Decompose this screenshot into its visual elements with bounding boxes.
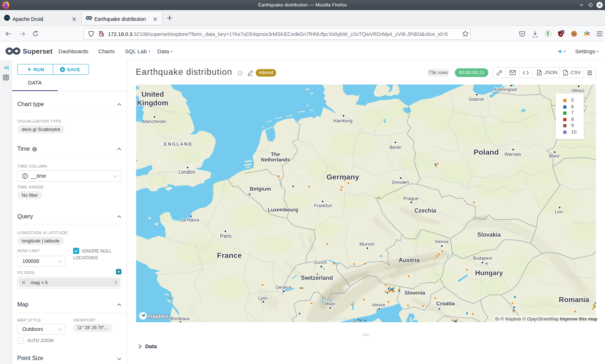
svg-text:Dresden: Dresden	[392, 180, 409, 185]
svg-text:Manchester: Manchester	[143, 119, 166, 124]
svg-text:Romania: Romania	[559, 296, 590, 304]
svg-text:Hamburg: Hamburg	[333, 118, 352, 123]
svg-text:Vilnius: Vilnius	[572, 88, 585, 93]
svg-text:Germany: Germany	[326, 173, 359, 181]
svg-text:Poland: Poland	[474, 148, 499, 156]
svg-text:Belgium: Belgium	[250, 186, 271, 192]
svg-text:Vienna: Vienna	[435, 239, 449, 244]
svg-text:Kingdom: Kingdom	[137, 99, 169, 107]
svg-text:Geneva: Geneva	[275, 285, 291, 290]
svg-text:Berlin: Berlin	[389, 145, 401, 150]
svg-text:Brest: Brest	[549, 154, 560, 159]
svg-text:United: United	[142, 90, 164, 98]
svg-text:Austria: Austria	[399, 257, 420, 264]
svg-text:Munich: Munich	[359, 241, 375, 247]
svg-text:ES: ES	[136, 158, 138, 163]
svg-text:Venice: Venice	[372, 302, 385, 308]
svg-text:Le Havre: Le Havre	[181, 218, 200, 223]
svg-text:mapbox: mapbox	[147, 313, 169, 319]
svg-text:Prague: Prague	[403, 196, 418, 201]
svg-text:Zurich: Zurich	[314, 260, 327, 265]
svg-text:Milan: Milan	[324, 301, 335, 306]
svg-text:Paris: Paris	[220, 233, 232, 239]
svg-text:Slovakia: Slovakia	[478, 232, 501, 238]
svg-text:Gdansk: Gdansk	[469, 97, 484, 102]
svg-text:Luxembourg: Luxembourg	[268, 207, 299, 213]
svg-text:Bordeaux: Bordeaux	[170, 316, 190, 321]
svg-text:Switzerland: Switzerland	[301, 275, 333, 281]
svg-text:Lviv: Lviv	[555, 209, 563, 214]
svg-text:x: x	[565, 72, 566, 75]
svg-text:Lyon: Lyon	[258, 296, 268, 301]
svg-text:France: France	[217, 251, 242, 259]
svg-text:London: London	[179, 169, 196, 175]
svg-text:Croatia: Croatia	[436, 300, 455, 306]
svg-text:Hungary: Hungary	[475, 269, 503, 277]
svg-text:Warsaw: Warsaw	[505, 151, 521, 157]
svg-text:Netherlands: Netherlands	[261, 157, 290, 163]
svg-text:Czechia: Czechia	[414, 208, 436, 214]
svg-text:The: The	[271, 151, 280, 157]
svg-text:Kaliningrad: Kaliningrad	[494, 87, 517, 92]
svg-text:Budapest: Budapest	[473, 256, 492, 261]
svg-text:2: 2	[562, 30, 563, 33]
svg-text:ENGLAND: ENGLAND	[164, 142, 192, 147]
svg-text:Frankfurt: Frankfurt	[314, 203, 332, 208]
